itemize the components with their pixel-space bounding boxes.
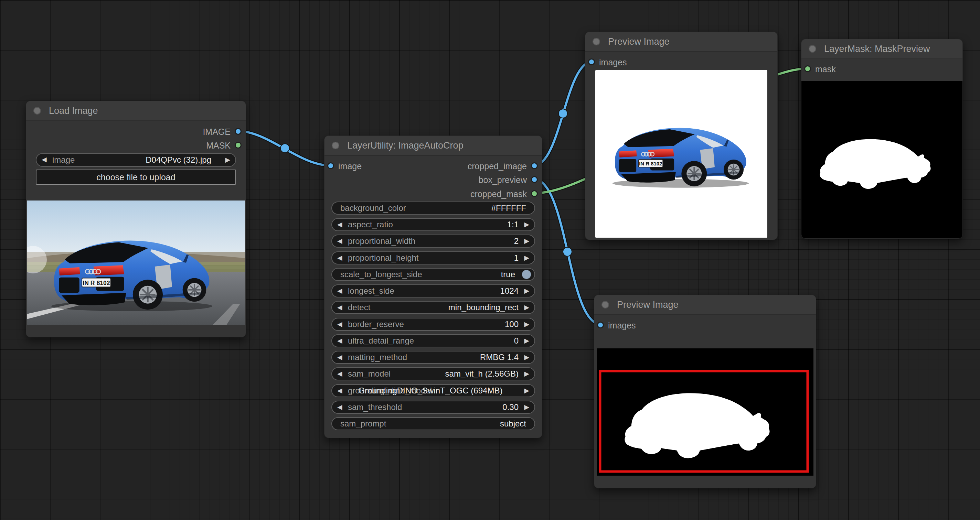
output-dot-cropped-mask[interactable] bbox=[531, 190, 538, 197]
node-header[interactable]: Preview Image bbox=[594, 295, 816, 315]
collapse-dot-icon[interactable] bbox=[33, 107, 41, 114]
output-slot-cropped-image: cropped_image bbox=[468, 161, 538, 171]
input-slot-mask: mask bbox=[804, 64, 836, 74]
node-title: Load Image bbox=[49, 101, 98, 120]
node-imageautocrop[interactable]: LayerUtility: ImageAutoCrop image croppe… bbox=[324, 135, 542, 438]
node-title: LayerMask: MaskPreview bbox=[824, 39, 930, 59]
output-slot-box-preview: box_preview bbox=[479, 175, 538, 185]
decrement-arrow-icon[interactable]: ◀ bbox=[337, 219, 342, 230]
node-maskpreview[interactable]: LayerMask: MaskPreview mask bbox=[801, 39, 963, 239]
mask-preview-image bbox=[802, 81, 963, 238]
decrement-arrow-icon[interactable]: ◀ bbox=[41, 154, 47, 165]
increment-arrow-icon[interactable]: ▶ bbox=[524, 401, 529, 413]
increment-arrow-icon[interactable]: ▶ bbox=[524, 352, 529, 363]
link-midpoint-dot bbox=[280, 144, 290, 153]
collapse-dot-icon[interactable] bbox=[809, 45, 816, 52]
decrement-arrow-icon[interactable]: ◀ bbox=[337, 368, 342, 380]
decrement-arrow-icon[interactable]: ◀ bbox=[337, 235, 342, 247]
output-slot-mask: MASK bbox=[206, 141, 242, 150]
decrement-arrow-icon[interactable]: ◀ bbox=[337, 319, 342, 330]
link-midpoint-dot bbox=[558, 109, 568, 118]
input-dot-image[interactable] bbox=[327, 162, 334, 169]
increment-arrow-icon[interactable]: ▶ bbox=[524, 285, 529, 297]
widget-proportional-height[interactable]: ◀ proportional_height 1 ▶ bbox=[331, 251, 535, 265]
output-dot-mask[interactable] bbox=[235, 142, 242, 149]
widget-sam-prompt[interactable]: sam_prompt subject bbox=[331, 417, 535, 430]
choose-file-button[interactable]: choose file to upload bbox=[36, 170, 236, 185]
widget-sam-threshold[interactable]: ◀ sam_threshold 0.30 ▶ bbox=[331, 401, 535, 414]
node-load-image[interactable]: Load Image IMAGE MASK ◀ image D04QPvc (3… bbox=[26, 101, 246, 338]
output-dot-cropped-image[interactable] bbox=[531, 162, 538, 169]
cropped-image-preview bbox=[595, 70, 767, 238]
collapse-dot-icon[interactable] bbox=[332, 142, 339, 149]
widget-border-reserve[interactable]: ◀ border_reserve 100 ▶ bbox=[331, 318, 535, 331]
input-dot-images[interactable] bbox=[597, 322, 604, 328]
increment-arrow-icon[interactable]: ▶ bbox=[524, 235, 529, 247]
toggle-on-icon[interactable] bbox=[522, 270, 531, 279]
decrement-arrow-icon[interactable]: ◀ bbox=[337, 385, 342, 396]
increment-arrow-icon[interactable]: ▶ bbox=[524, 335, 529, 347]
input-slot-images: images bbox=[588, 57, 627, 67]
widget-longest-side[interactable]: ◀ longest_side 1024 ▶ bbox=[331, 284, 535, 298]
node-preview-image-bottom[interactable]: Preview Image images bbox=[594, 295, 816, 488]
widget-ultra-detail-range[interactable]: ◀ ultra_detail_range 0 ▶ bbox=[331, 334, 535, 347]
increment-arrow-icon[interactable]: ▶ bbox=[524, 385, 529, 396]
link-midpoint-dot bbox=[563, 247, 572, 256]
widget-background-color[interactable]: background_color #FFFFFF bbox=[331, 201, 535, 215]
widget-image-combo[interactable]: ◀ image D04QPvc (32).jpg ▶ bbox=[36, 153, 236, 167]
widget-proportional-width[interactable]: ◀ proportional_width 2 ▶ bbox=[331, 235, 535, 247]
increment-arrow-icon[interactable]: ▶ bbox=[524, 252, 529, 264]
input-dot-images[interactable] bbox=[588, 59, 595, 65]
decrement-arrow-icon[interactable]: ◀ bbox=[337, 285, 342, 297]
increment-arrow-icon[interactable]: ▶ bbox=[524, 301, 529, 313]
input-slot-image: image bbox=[327, 161, 362, 171]
node-title: LayerUtility: ImageAutoCrop bbox=[347, 136, 463, 155]
node-header[interactable]: LayerUtility: ImageAutoCrop bbox=[325, 136, 542, 156]
increment-arrow-icon[interactable]: ▶ bbox=[524, 319, 529, 330]
widget-matting-method[interactable]: ◀ matting_method RMBG 1.4 ▶ bbox=[331, 351, 535, 364]
decrement-arrow-icon[interactable]: ◀ bbox=[337, 352, 342, 363]
increment-arrow-icon[interactable]: ▶ bbox=[225, 154, 230, 166]
increment-arrow-icon[interactable]: ▶ bbox=[524, 219, 529, 230]
widget-detect[interactable]: ◀ detect min_bounding_rect ▶ bbox=[331, 301, 535, 314]
output-dot-image[interactable] bbox=[235, 128, 242, 135]
widget-scale-to-longest-side[interactable]: scale_to_longest_side true bbox=[331, 268, 535, 281]
decrement-arrow-icon[interactable]: ◀ bbox=[337, 301, 342, 313]
output-slot-image: IMAGE bbox=[203, 127, 242, 136]
output-dot-box-preview[interactable] bbox=[531, 176, 538, 183]
decrement-arrow-icon[interactable]: ◀ bbox=[337, 252, 342, 264]
decrement-arrow-icon[interactable]: ◀ bbox=[337, 335, 342, 347]
node-title: Preview Image bbox=[617, 295, 679, 314]
collapse-dot-icon[interactable] bbox=[601, 301, 609, 309]
output-slot-cropped-mask: cropped_mask bbox=[470, 189, 538, 199]
loaded-image-preview bbox=[27, 200, 245, 325]
node-header[interactable]: Load Image bbox=[26, 101, 246, 121]
widget-sam-model[interactable]: ◀ sam_model sam_vit_h (2.56GB) ▶ bbox=[331, 367, 535, 380]
node-canvas[interactable]: IN R 8102 bbox=[0, 0, 980, 520]
node-header[interactable]: LayerMask: MaskPreview bbox=[802, 39, 963, 59]
node-preview-image-top[interactable]: Preview Image images bbox=[585, 32, 778, 240]
collapse-dot-icon[interactable] bbox=[593, 38, 600, 45]
increment-arrow-icon[interactable]: ▶ bbox=[524, 368, 529, 380]
decrement-arrow-icon[interactable]: ◀ bbox=[337, 401, 342, 413]
input-slot-images: images bbox=[597, 320, 636, 330]
widget-aspect-ratio[interactable]: ◀ aspect_ratio 1:1 ▶ bbox=[331, 218, 535, 231]
widget-grounding-dino-model[interactable]: ◀ grounding_dino_model GroundingDINO_Swi… bbox=[331, 384, 535, 397]
node-header[interactable]: Preview Image bbox=[585, 32, 777, 52]
node-title: Preview Image bbox=[608, 32, 670, 51]
box-preview-image bbox=[597, 349, 813, 476]
input-dot-mask[interactable] bbox=[804, 65, 811, 72]
